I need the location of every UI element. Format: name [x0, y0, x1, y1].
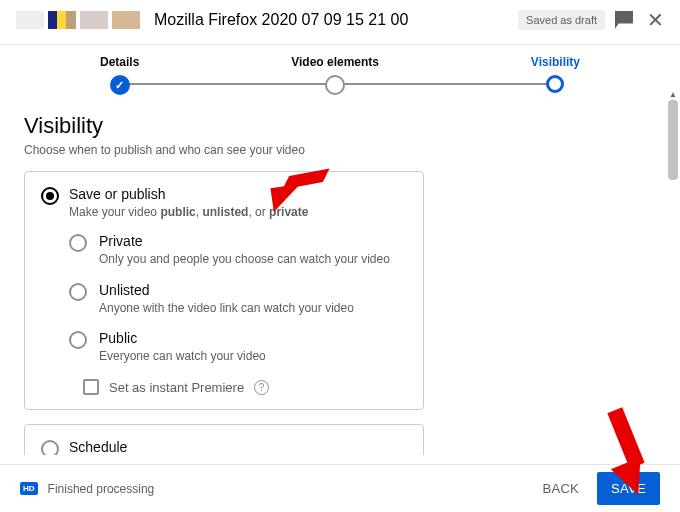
radio-private[interactable]	[69, 234, 87, 252]
close-icon[interactable]: ✕	[647, 8, 664, 32]
thumbnail	[80, 11, 108, 29]
privacy-option-unlisted[interactable]: Unlisted Anyone with the video link can …	[69, 282, 407, 317]
hd-badge: HD	[20, 482, 38, 495]
save-or-publish-option[interactable]: Save or publish Make your video public, …	[41, 186, 407, 221]
stepper: Details Video elements Visibility	[0, 45, 680, 95]
save-or-publish-card: Save or publish Make your video public, …	[24, 171, 424, 410]
radio-public[interactable]	[69, 331, 87, 349]
premiere-label: Set as instant Premiere	[109, 380, 244, 395]
step-visibility[interactable]: Visibility	[531, 55, 580, 93]
processing-status: Finished processing	[48, 482, 155, 496]
privacy-option-public[interactable]: Public Everyone can watch your video	[69, 330, 407, 365]
page-title: Visibility	[24, 113, 656, 139]
checkbox-instant-premiere[interactable]	[83, 379, 99, 395]
premiere-row: Set as instant Premiere ?	[83, 379, 407, 395]
radio-save-or-publish[interactable]	[41, 187, 59, 205]
dialog-header: Mozilla Firefox 2020 07 09 15 21 00 Save…	[0, 0, 680, 40]
thumbnail	[112, 11, 140, 29]
back-button[interactable]: BACK	[528, 473, 593, 504]
page-subtitle: Choose when to publish and who can see y…	[24, 143, 656, 157]
help-icon[interactable]: ?	[254, 380, 269, 395]
scrollbar-thumb[interactable]	[668, 100, 678, 180]
save-button[interactable]: SAVE	[597, 472, 660, 505]
video-title: Mozilla Firefox 2020 07 09 15 21 00	[154, 11, 518, 29]
dialog-footer: HD Finished processing BACK SAVE	[0, 464, 680, 512]
content-scroll: Visibility Choose when to publish and wh…	[0, 95, 680, 455]
scrollbar[interactable]: ▲	[668, 100, 678, 480]
schedule-option[interactable]: Schedule Select a date to make your vide…	[41, 439, 407, 455]
checkmark-icon	[110, 75, 130, 95]
step-details[interactable]: Details	[100, 55, 139, 95]
step-video-elements[interactable]: Video elements	[291, 55, 379, 95]
thumbnail	[16, 11, 44, 29]
radio-unlisted[interactable]	[69, 283, 87, 301]
draft-status-pill: Saved as draft	[518, 10, 605, 30]
feedback-icon[interactable]	[615, 11, 633, 29]
schedule-card: Schedule Select a date to make your vide…	[24, 424, 424, 455]
video-thumbnails	[16, 11, 140, 29]
scroll-up-icon[interactable]: ▲	[669, 90, 677, 99]
thumbnail	[48, 11, 76, 29]
privacy-option-private[interactable]: Private Only you and people you choose c…	[69, 233, 407, 268]
save-or-publish-subtitle: Make your video public, unlisted, or pri…	[69, 204, 308, 221]
radio-schedule[interactable]	[41, 440, 59, 455]
